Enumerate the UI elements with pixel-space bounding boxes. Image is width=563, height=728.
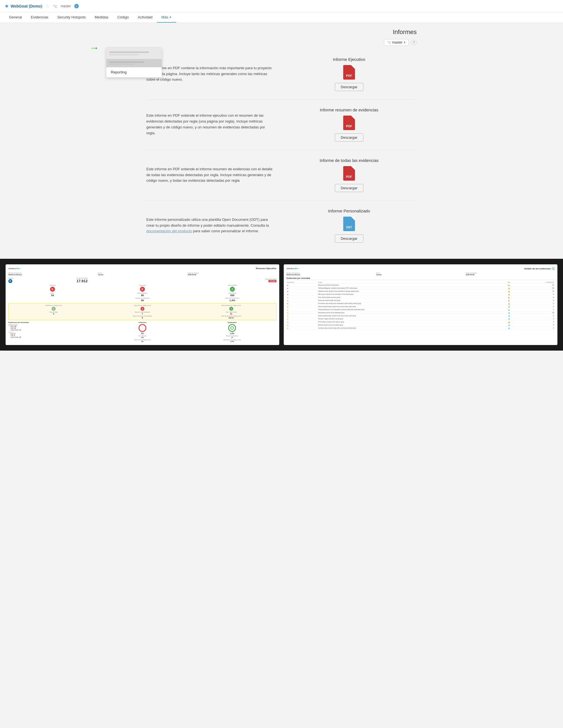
ev-count: 3 — [517, 324, 555, 327]
tab-evidencias[interactable]: Evidencias — [26, 12, 53, 23]
ev-type: 🐛 — [501, 308, 517, 311]
table-row: ● Tests should include assertions (java)… — [287, 296, 555, 299]
plus-button[interactable]: + — [74, 4, 79, 8]
branch-badge[interactable]: ⌥ master ⇕ — [384, 39, 409, 46]
dropdown-item-reporting[interactable]: Reporting — [106, 67, 162, 77]
tab-security-hotspots[interactable]: Security Hotspots — [53, 12, 90, 23]
security-circle: E — [140, 287, 145, 292]
tab-mas[interactable]: Más ▼ — [157, 12, 176, 23]
dropdown-arrow: → — [89, 42, 99, 54]
ev-count: 4 — [517, 317, 555, 320]
ev-rule: HTTP referers should not be relied on (j… — [318, 320, 501, 324]
ev-rule: Methods should not be too complex (java) — [318, 324, 501, 327]
star-icon[interactable]: ☆ — [45, 3, 49, 9]
report-custom-icon: ODT — [282, 217, 417, 231]
report-custom-download-button[interactable]: Descargar — [335, 234, 363, 243]
app-logo[interactable]: WebGoat (Demo) — [4, 4, 42, 8]
ev-count: 1 — [517, 308, 555, 311]
ev-type: 💧 — [501, 314, 517, 317]
report-evidence-all-download: Informe de todas las evidencias PDF Desc… — [282, 158, 417, 192]
tab-medidas[interactable]: Medidas — [90, 12, 113, 23]
meta-date: Fecha de Análisis 2020-05-08 — [188, 272, 276, 276]
search-icon-preview: 🔍 — [552, 267, 555, 270]
code-icon: ⌥ — [53, 4, 57, 8]
ev-severity: ● — [287, 320, 318, 324]
ev-count: 34 — [517, 284, 555, 287]
page-title: Informes — [384, 28, 417, 36]
ev-rule: Generic wildcard types should not be use… — [318, 305, 501, 308]
ev-severity: ● — [287, 290, 318, 293]
report-executive-download-button[interactable]: Descargar — [335, 83, 363, 91]
coverage-circle — [138, 324, 146, 332]
ev-severity: ● — [287, 287, 318, 290]
ev-severity: ● — [287, 317, 318, 320]
branch-label-top[interactable]: master — [61, 4, 71, 8]
ev-rule: String literals should not be duplicated… — [318, 311, 501, 314]
preview-executive-header: sonarqube〜 Resumen Ejecutivo — [8, 267, 276, 270]
app-title: WebGoat (Demo) — [11, 4, 42, 8]
report-executive-title: Informe Ejecutivo — [282, 57, 417, 62]
table-header-row: Severidad Regla Tipo # Evidencias — [287, 281, 555, 284]
table-row: ● Database queries should not be vulnera… — [287, 290, 555, 293]
ev-rule: TestCases should contain tests (java) — [318, 299, 501, 302]
ev-count: 5 — [517, 314, 555, 317]
ev-type: 🔒 — [501, 287, 517, 290]
dropdown-item-label: Reporting — [111, 70, 126, 74]
table-row: ● Constant names should comply with a na… — [287, 327, 555, 330]
preview-meta: Nombre del proyecto WebGoat (Demo) Rama … — [8, 272, 276, 276]
ev-rule: Database queries should not be vulnerabl… — [318, 290, 501, 293]
help-icon[interactable]: ? — [411, 40, 417, 45]
tab-general[interactable]: General — [4, 12, 26, 23]
table-row: ● "@RequestMapping" methods should speci… — [287, 287, 555, 290]
report-evidence-summary-description: Este informe en PDF extiende el informe … — [146, 113, 282, 136]
preview-section: sonarqube〜 Resumen Ejecutivo Nombre del … — [0, 259, 563, 351]
branch-selector: ⌥ master ⇕ ? — [384, 39, 417, 46]
report-custom-title: Informe Personalizado — [282, 209, 417, 213]
preview-executive-inner: sonarqube〜 Resumen Ejecutivo Nombre del … — [6, 264, 279, 345]
branch-icon: ⌥ — [387, 40, 391, 44]
ev-meta-date: Fecha de Análisis 2020-05-08 — [466, 272, 555, 276]
sq-logo-left: sonarqube〜 — [8, 267, 21, 270]
report-evidence-summary-download-button[interactable]: Descargar — [335, 133, 363, 142]
ev-meta-branch: Rama master — [376, 272, 465, 276]
tab-actividad[interactable]: Actividad — [133, 12, 157, 23]
ev-count: 23 — [517, 311, 555, 314]
report-evidence-summary-title: Informe resumen de evidencias — [282, 107, 417, 112]
ratings-row: Fiabilidad E Bugs 54 Seguridad E Vulnera… — [8, 284, 276, 302]
table-row: ● "PreparedStatement" and "ResultSet" sh… — [287, 308, 555, 311]
report-evidence-summary-icon: PDF — [282, 116, 417, 130]
ev-count: 3 — [517, 327, 555, 330]
ev-type: 🔒 — [501, 290, 517, 293]
report-evidence-all-download-button[interactable]: Descargar — [335, 184, 363, 192]
ev-severity: ● — [287, 305, 318, 308]
branch-name: master — [392, 40, 403, 44]
table-row: ● XML parsers should not be vulnerable t… — [287, 293, 555, 296]
new-code-section: Fiabilidad en código nuevo B Nuevos Bugs… — [8, 303, 276, 320]
ev-count: 5 — [517, 299, 555, 302]
ev-severity: ● — [287, 324, 318, 327]
lines-section: Líneas de Código 17.912 — [76, 277, 208, 283]
tab-codigo[interactable]: Código — [113, 12, 133, 23]
ev-severity: ● — [287, 293, 318, 296]
svg-point-1 — [6, 5, 8, 7]
report-evidence-all: Este informe en PDF extiende el informe … — [146, 152, 417, 201]
report-evidence-all-description: Este informe en PDF extiende el informe … — [146, 166, 282, 184]
ev-type: 🔒 — [501, 293, 517, 296]
table-row: ● I/O function calls should not be vulne… — [287, 302, 555, 305]
ev-rule: Generic wildcard types should not be use… — [318, 314, 501, 317]
table-row: ● Generic wildcard types should not be u… — [287, 305, 555, 308]
report-custom-description: Este informe personalizado utiliza una p… — [146, 217, 282, 234]
table-row: ● Generic wildcard types should not be u… — [287, 314, 555, 317]
ev-meta-project: Nombre del proyecto WebGoat (Demo) — [287, 272, 375, 276]
new-security-circle: E — [140, 307, 144, 311]
duplications-preview: Duplicados 1,6% Bloques duplicados 21 Du… — [188, 322, 276, 342]
preview-evidence-inner: sonarqube〜 Detalle de las evidencias 🔍 N… — [284, 264, 557, 332]
reliability-rating: Fiabilidad E Bugs 54 — [8, 284, 97, 302]
report-custom: Este informe personalizado utiliza una p… — [146, 203, 417, 251]
ev-count: 2 — [517, 302, 555, 305]
preview-executive-title: Resumen Ejecutivo — [256, 267, 276, 270]
page-header: Informes ⌥ master ⇕ ? — [146, 28, 417, 46]
report-executive: Este informe en PDF contiene la informac… — [146, 51, 417, 100]
docs-link[interactable]: documentación del producto — [146, 229, 192, 233]
ev-type: 💧 — [501, 324, 517, 327]
